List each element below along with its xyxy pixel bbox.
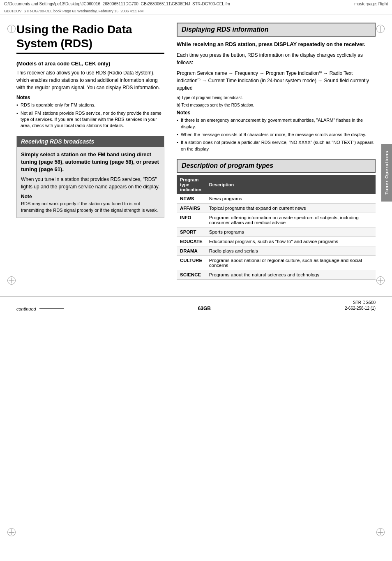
footer-page-number: 63GB xyxy=(198,306,211,311)
displaying-title: Displaying RDS information xyxy=(182,26,269,33)
program-description-cell: Programs about national or regional cult… xyxy=(206,256,376,270)
receiving-content: Simply select a station on the FM band u… xyxy=(17,147,164,218)
program-type-cell: SCIENCE xyxy=(177,270,206,280)
right-column: Displaying RDS information While receivi… xyxy=(177,23,376,280)
receiving-note-text: RDS may not work properly if the station… xyxy=(21,201,160,213)
receiving-bold: Simply select a station on the FM band u… xyxy=(21,151,160,174)
models-body: This receiver also allows you to use RDS… xyxy=(16,69,164,91)
crosshair-top-left xyxy=(7,25,16,33)
displaying-header-box: Displaying RDS information xyxy=(177,23,376,37)
footer-model: STR-DG500 2-662-258-12 (1) xyxy=(345,300,376,311)
crosshair-top-right xyxy=(376,25,385,33)
program-description-cell: Educational programs, such as "how-to" a… xyxy=(206,237,376,246)
table-header-row: Program typeindication Description xyxy=(177,175,376,194)
receiving-note-heading: Note xyxy=(21,194,160,199)
top-header: C:\Documents and Settings\pc13\Desktop\J… xyxy=(0,0,392,8)
col-header-type: Program typeindication xyxy=(177,175,206,194)
note-item-2: Not all FM stations provide RDS service,… xyxy=(16,110,164,129)
masterpage-label: masterpage: Right xyxy=(354,2,388,6)
footer-continued: continued xyxy=(16,306,64,311)
program-description-cell: Sports programs xyxy=(206,227,376,237)
table-row: SCIENCEPrograms about the natural scienc… xyxy=(177,270,376,280)
notes-list-right: If there is an emergency announcement by… xyxy=(177,117,376,152)
receiving-section-box: Receiving RDS broadcasts Simply select a… xyxy=(16,136,164,218)
crosshair-bottom-left xyxy=(7,528,16,536)
crosshair-bottom-right xyxy=(376,528,385,536)
table-row: SPORTSports programs xyxy=(177,227,376,237)
notes-heading-right: Notes xyxy=(177,110,376,116)
models-subtitle: (Models of area code CEL, CEK only) xyxy=(16,60,164,67)
file-path: C:\Documents and Settings\pc13\Desktop\J… xyxy=(4,2,230,6)
displaying-subtitle: While receiving an RDS station, press DI… xyxy=(177,41,376,48)
program-description-cell: Radio plays and serials xyxy=(206,246,376,256)
page-title: Using the Radio Data System (RDS) xyxy=(16,23,164,54)
program-description-cell: Programs about the natural sciences and … xyxy=(206,270,376,280)
footer: continued 63GB STR-DG500 2-662-258-12 (1… xyxy=(0,296,392,315)
program-type-cell: DRAMA xyxy=(177,246,206,256)
notes-list-left: RDS is operable only for FM stations. No… xyxy=(16,102,164,129)
footnote-b: b) Text messages sent by the RDS station… xyxy=(177,102,376,108)
description-header-box: Description of program types xyxy=(177,159,376,173)
table-row: EDUCATEEducational programs, such as "ho… xyxy=(177,237,376,246)
main-content: Using the Radio Data System (RDS) (Model… xyxy=(0,14,392,288)
note-item-1: RDS is operable only for FM stations. xyxy=(16,102,164,108)
table-row: CULTUREPrograms about national or region… xyxy=(177,256,376,270)
displaying-body: Each time you press the button, RDS info… xyxy=(177,51,376,66)
displaying-sequence: Program Service name → Frequency → Progr… xyxy=(177,70,376,92)
program-type-cell: NEWS xyxy=(177,194,206,204)
program-type-cell: INFO xyxy=(177,213,206,227)
receiving-body: When you tune in a station that provides… xyxy=(21,176,160,190)
right-note-1: If there is an emergency announcement by… xyxy=(177,117,376,130)
program-type-cell: AFFAIRS xyxy=(177,204,206,213)
col-header-description: Description xyxy=(206,175,376,194)
program-table: Program typeindication Description NEWSN… xyxy=(177,175,376,280)
sidebar-tab: Tuner Operations xyxy=(381,144,392,202)
table-row: AFFAIRSTopical programs that expand on c… xyxy=(177,204,376,213)
program-table-body: NEWSNews programsAFFAIRSTopical programs… xyxy=(177,194,376,280)
table-row: NEWSNews programs xyxy=(177,194,376,204)
crosshair-mid-left xyxy=(7,276,16,285)
notes-heading-left: Notes xyxy=(16,95,164,100)
description-title: Description of program types xyxy=(182,162,273,169)
program-type-cell: SPORT xyxy=(177,227,206,237)
program-description-cell: News programs xyxy=(206,194,376,204)
receiving-header: Receiving RDS broadcasts xyxy=(17,136,164,147)
table-row: INFOPrograms offering information on a w… xyxy=(177,213,376,227)
footnote-a: a) Type of program being broadcast. xyxy=(177,95,376,101)
right-note-2: When the message consists of 9 character… xyxy=(177,132,376,138)
crosshair-mid-right xyxy=(376,276,385,285)
program-type-cell: EDUCATE xyxy=(177,237,206,246)
program-description-cell: Programs offering information on a wide … xyxy=(206,213,376,227)
table-row: DRAMARadio plays and serials xyxy=(177,246,376,256)
right-note-3: If a station does not provide a particul… xyxy=(177,139,376,152)
file-path-line: GB01COV_STR-DG700-CEL.book Page 63 Wedne… xyxy=(0,8,392,14)
left-column: Using the Radio Data System (RDS) (Model… xyxy=(16,23,164,280)
program-description-cell: Topical programs that expand on current … xyxy=(206,204,376,213)
program-type-cell: CULTURE xyxy=(177,256,206,270)
